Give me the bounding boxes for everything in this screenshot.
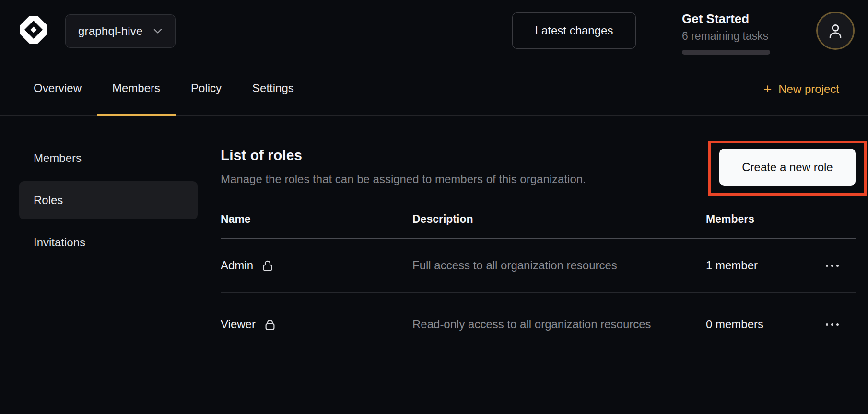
role-description: Full access to all organization resource… (412, 253, 662, 278)
roles-table: Name Description Members Admin Full acce… (221, 200, 856, 356)
get-started-subtitle: 6 remaining tasks (682, 30, 770, 43)
column-header-description: Description (412, 213, 706, 226)
org-tab-bar: Overview Members Policy Settings + New p… (0, 62, 868, 116)
user-icon (827, 22, 844, 39)
role-members-count: 1 member (706, 259, 813, 272)
sidebar-item-invitations[interactable]: Invitations (19, 223, 198, 262)
role-members-count: 0 members (706, 318, 813, 331)
get-started-progress-bar (682, 50, 770, 55)
tab-members[interactable]: Members (97, 62, 176, 116)
column-header-name: Name (221, 213, 412, 226)
tabs: Overview Members Policy Settings (18, 62, 309, 116)
plus-icon: + (763, 82, 772, 96)
row-menu-button[interactable] (813, 254, 851, 277)
role-description: Read-only access to all organization res… (412, 312, 662, 337)
top-bar: graphql-hive Latest changes Get Started … (0, 0, 868, 62)
org-selector-label: graphql-hive (78, 24, 142, 38)
create-new-role-button[interactable]: Create a new role (719, 149, 856, 186)
lock-icon (264, 318, 276, 331)
new-project-link[interactable]: + New project (763, 62, 839, 116)
lock-icon (262, 259, 273, 272)
hive-logo-icon[interactable] (18, 14, 49, 45)
chevron-down-icon (153, 28, 163, 34)
table-header-row: Name Description Members (221, 200, 856, 239)
tab-policy[interactable]: Policy (176, 62, 237, 116)
get-started-widget[interactable]: Get Started 6 remaining tasks (682, 12, 770, 55)
user-avatar[interactable] (816, 12, 855, 50)
sidebar-item-roles[interactable]: Roles (19, 181, 198, 219)
latest-changes-button[interactable]: Latest changes (512, 12, 636, 49)
row-menu-button[interactable] (813, 313, 851, 336)
table-row: Viewer Read-only access to all organizat… (221, 293, 856, 356)
role-name: Admin (221, 259, 253, 272)
tab-settings[interactable]: Settings (237, 62, 309, 116)
tab-overview[interactable]: Overview (18, 62, 97, 116)
get-started-title: Get Started (682, 12, 770, 26)
sidebar-item-members[interactable]: Members (19, 139, 198, 177)
new-project-label: New project (778, 82, 839, 96)
column-header-members: Members (706, 213, 813, 226)
role-name: Viewer (221, 318, 256, 331)
table-row: Admin Full access to all organization re… (221, 239, 856, 293)
org-selector[interactable]: graphql-hive (65, 14, 176, 48)
